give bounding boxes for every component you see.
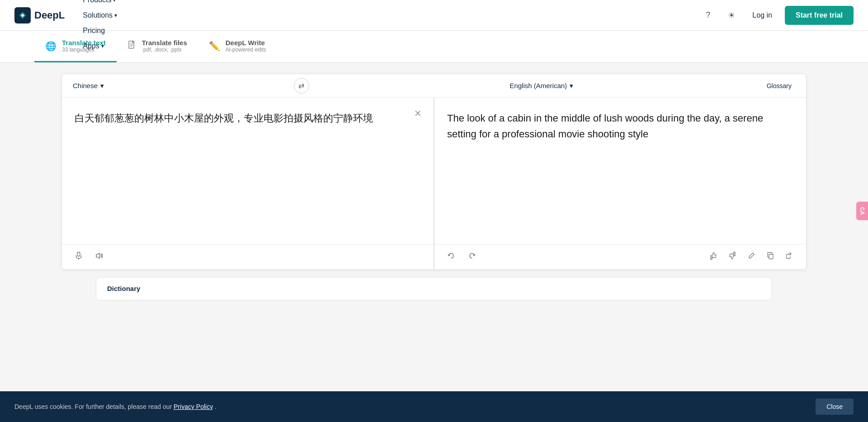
- apps-chevron-icon: ▾: [101, 43, 104, 49]
- thumbs-up-icon: [709, 252, 717, 262]
- logo[interactable]: DeepL: [14, 7, 65, 23]
- tab-deepl-write[interactable]: ✏️ DeepL Write AI-powered edits: [198, 31, 279, 62]
- target-lang-label: English (American): [509, 82, 567, 89]
- sun-icon: ☀: [728, 10, 735, 20]
- translator-box: Chinese ▾ ⇄ English (American) ▾ Glossar…: [61, 74, 807, 270]
- edit-translation-button[interactable]: [744, 249, 759, 265]
- microphone-button[interactable]: [71, 249, 86, 265]
- privacy-policy-link[interactable]: Privacy Policy: [174, 403, 213, 410]
- pencil-icon: ✏️: [209, 41, 220, 52]
- svg-rect-7: [769, 254, 773, 259]
- swap-icon: ⇄: [298, 81, 304, 90]
- cookie-text: DeepL uses cookies. For further details,…: [14, 403, 217, 410]
- header: DeepL Translator ▾ Products ▾ Solutions …: [0, 0, 868, 31]
- thumbs-down-icon: [728, 252, 736, 262]
- dictionary-title: Dictionary: [107, 285, 140, 292]
- thumbs-down-button[interactable]: [725, 249, 740, 265]
- target-text-output[interactable]: The look of a cabin in the middle of lus…: [434, 98, 806, 242]
- help-icon: ?: [706, 10, 710, 20]
- theme-toggle-button[interactable]: ☀: [723, 7, 740, 23]
- source-lang-chevron-icon: ▾: [100, 82, 104, 90]
- target-action-buttons: [706, 249, 797, 265]
- undo-icon: [447, 252, 455, 262]
- redo-icon: [468, 252, 476, 262]
- svg-rect-5: [77, 252, 80, 256]
- speaker-icon: [95, 251, 104, 263]
- tabs-bar: 🌐 Translate text 33 languages Translate …: [0, 31, 868, 63]
- source-lang-label: Chinese: [73, 82, 98, 89]
- glossary-button[interactable]: Glossary: [763, 80, 795, 91]
- speaker-button[interactable]: [92, 249, 107, 265]
- undo-button[interactable]: [443, 249, 459, 265]
- deepl-logo-icon: [14, 7, 31, 23]
- logo-text: DeepL: [34, 9, 65, 21]
- help-button[interactable]: ?: [700, 7, 716, 23]
- swap-languages-button[interactable]: ⇄: [294, 78, 309, 94]
- nav-apps[interactable]: Apps ▾: [75, 38, 129, 54]
- cookie-banner: DeepL uses cookies. For further details,…: [0, 391, 868, 422]
- start-trial-button[interactable]: Start free trial: [785, 6, 854, 25]
- source-panel: ✕ 白天郁郁葱葱的树林中小木屋的外观，专业电影拍摄风格的宁静环境: [62, 98, 434, 269]
- text-panels: ✕ 白天郁郁葱葱的树林中小木屋的外观，专业电影拍摄风格的宁静环境: [62, 98, 806, 269]
- copy-icon: [766, 252, 774, 262]
- dictionary-section: Dictionary: [96, 277, 772, 300]
- redo-button[interactable]: [464, 249, 480, 265]
- source-text-input[interactable]: 白天郁郁葱葱的树林中小木屋的外观，专业电影拍摄风格的宁静环境: [62, 98, 434, 242]
- close-icon: ✕: [414, 108, 422, 119]
- nav-pricing[interactable]: Pricing: [75, 23, 129, 38]
- target-lang-selector[interactable]: English (American) ▾: [509, 82, 573, 90]
- globe-icon: 🌐: [45, 41, 57, 52]
- solutions-chevron-icon: ▾: [114, 12, 117, 19]
- clear-source-button[interactable]: ✕: [411, 107, 425, 120]
- login-button[interactable]: Log in: [747, 8, 778, 23]
- copy-button[interactable]: [763, 249, 778, 265]
- target-panel-footer: [434, 244, 806, 269]
- source-lang-selector[interactable]: Chinese ▾: [73, 82, 104, 90]
- side-badge[interactable]: CA: [856, 202, 868, 220]
- nav-solutions[interactable]: Solutions ▾: [75, 8, 129, 23]
- microphone-icon: [75, 252, 83, 262]
- cookie-close-button[interactable]: Close: [816, 399, 854, 415]
- share-button[interactable]: [782, 249, 797, 265]
- source-panel-footer: [62, 244, 434, 269]
- header-right: ? ☀ Log in Start free trial: [700, 6, 854, 25]
- main-nav: Translator ▾ Products ▾ Solutions ▾ Pric…: [75, 0, 129, 54]
- language-bar: Chinese ▾ ⇄ English (American) ▾ Glossar…: [62, 74, 806, 98]
- edit-icon: [747, 252, 755, 262]
- translator-container: Chinese ▾ ⇄ English (American) ▾ Glossar…: [27, 74, 841, 300]
- target-panel: The look of a cabin in the middle of lus…: [434, 98, 806, 269]
- share-icon: [785, 252, 793, 262]
- target-lang-chevron-icon: ▾: [570, 82, 573, 90]
- thumbs-up-button[interactable]: [706, 249, 721, 265]
- nav-products[interactable]: Products ▾: [75, 0, 129, 8]
- products-chevron-icon: ▾: [113, 0, 116, 3]
